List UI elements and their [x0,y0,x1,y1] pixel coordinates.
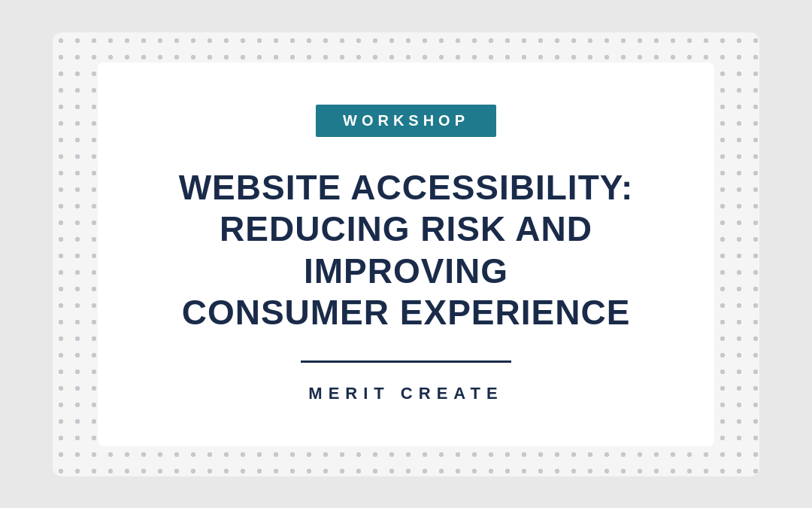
workshop-badge: WORKSHOP [316,105,496,137]
brand-name: MERIT CREATE [308,384,503,403]
card-inner: WORKSHOP WEBSITE ACCESSIBILITY: REDUCING… [98,62,714,446]
title-line2: REDUCING RISK AND IMPROVING [220,209,592,290]
title-divider [301,360,511,363]
main-title: WEBSITE ACCESSIBILITY: REDUCING RISK AND… [143,167,669,333]
title-line1: WEBSITE ACCESSIBILITY: [179,168,634,207]
card-outer: WORKSHOP WEBSITE ACCESSIBILITY: REDUCING… [53,32,759,476]
title-line3: CONSUMER EXPERIENCE [182,293,631,332]
